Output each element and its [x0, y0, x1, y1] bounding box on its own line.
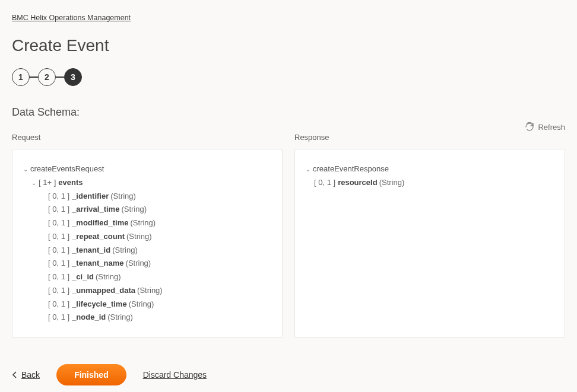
field-name: _modified_time [72, 216, 128, 230]
tree-row: [ 0, 1 ] _arrival_time (String) [23, 203, 271, 216]
cardinality: [ 0, 1 ] [48, 257, 69, 270]
tree-row: [ 0, 1 ] _tenant_id (String) [23, 244, 271, 257]
tree-row: [ 0, 1 ] _repeat_count (String) [23, 230, 271, 244]
step-connector [30, 77, 38, 78]
step-2[interactable]: 2 [38, 68, 56, 86]
request-panel: ⌄createEventsRequest⌄[ 1+ ] events[ 0, 1… [12, 149, 283, 338]
field-name: resourceId [338, 176, 377, 190]
cardinality: [ 0, 1 ] [48, 203, 69, 216]
field-name: _identifier [72, 190, 109, 203]
field-type: (String) [131, 216, 156, 230]
tree-row: [ 0, 1 ] _ci_id (String) [23, 270, 271, 284]
field-type: (String) [126, 257, 151, 270]
step-connector [56, 77, 64, 78]
field-type: (String) [121, 203, 147, 216]
step-1[interactable]: 1 [12, 68, 30, 86]
field-type: (String) [126, 230, 152, 244]
discard-changes-link[interactable]: Discard Changes [143, 370, 207, 380]
breadcrumb[interactable]: BMC Helix Operations Management [12, 14, 131, 22]
finished-button[interactable]: Finished [56, 364, 126, 385]
cardinality: [ 0, 1 ] [48, 190, 69, 203]
field-type: (String) [107, 311, 133, 324]
cardinality: [ 0, 1 ] [48, 270, 69, 284]
cardinality: [ 0, 1 ] [48, 284, 69, 298]
refresh-label: Refresh [538, 123, 565, 132]
cardinality: [ 1+ ] [39, 176, 56, 190]
field-name: _ci_id [72, 270, 94, 284]
field-name: _node_id [72, 311, 106, 324]
tree-row: [ 0, 1 ] _tenant_name (String) [23, 257, 271, 270]
field-name: _arrival_time [72, 203, 119, 216]
cardinality: [ 0, 1 ] [48, 298, 69, 311]
response-panel: ⌄createEventResponse[ 0, 1 ] resourceId … [294, 149, 565, 338]
tree-row: [ 0, 1 ] _modified_time (String) [23, 216, 271, 230]
stepper: 1 2 3 [12, 68, 565, 86]
field-type: (String) [379, 176, 405, 190]
field-name: _tenant_id [72, 244, 110, 257]
back-label: Back [21, 370, 40, 380]
tree-row: [ 0, 1 ] _node_id (String) [23, 311, 271, 324]
field-name: _tenant_name [72, 257, 123, 270]
footer: Back Finished Discard Changes [12, 359, 565, 385]
field-type: (String) [137, 284, 163, 298]
step-3[interactable]: 3 [64, 68, 82, 86]
field-type: (String) [96, 270, 121, 284]
tree-row: ⌄createEventsRequest [23, 162, 271, 176]
cardinality: [ 0, 1 ] [48, 216, 69, 230]
tree-row: ⌄createEventResponse [306, 162, 554, 176]
cardinality: [ 0, 1 ] [314, 176, 335, 190]
field-name: _repeat_count [72, 230, 125, 244]
field-name: _lifecycle_time [72, 298, 127, 311]
refresh-button[interactable]: Refresh [12, 122, 565, 132]
caret-down-icon[interactable]: ⌄ [306, 164, 313, 175]
caret-down-icon[interactable]: ⌄ [23, 164, 30, 175]
tree-row: [ 0, 1 ] _unmapped_data (String) [23, 284, 271, 298]
tree-row: ⌄[ 1+ ] events [23, 176, 271, 190]
section-title: Data Schema: [12, 106, 565, 119]
chevron-left-icon [12, 371, 18, 378]
tree-row: [ 0, 1 ] _identifier (String) [23, 190, 271, 203]
field-name: createEventResponse [313, 162, 389, 176]
cardinality: [ 0, 1 ] [48, 311, 69, 324]
field-name: _unmapped_data [72, 284, 135, 298]
refresh-icon [525, 122, 534, 132]
field-name: createEventsRequest [30, 162, 104, 176]
tree-row: [ 0, 1 ] _lifecycle_time (String) [23, 298, 271, 311]
back-button[interactable]: Back [12, 370, 40, 380]
caret-down-icon[interactable]: ⌄ [31, 178, 39, 189]
field-name: events [58, 176, 83, 190]
request-panel-label: Request [12, 133, 283, 142]
page-title: Create Event [12, 36, 565, 55]
field-type: (String) [129, 298, 154, 311]
cardinality: [ 0, 1 ] [48, 244, 69, 257]
cardinality: [ 0, 1 ] [48, 230, 69, 244]
field-type: (String) [112, 244, 138, 257]
field-type: (String) [110, 190, 136, 203]
response-panel-label: Response [294, 133, 565, 142]
tree-row: [ 0, 1 ] resourceId (String) [306, 176, 554, 190]
